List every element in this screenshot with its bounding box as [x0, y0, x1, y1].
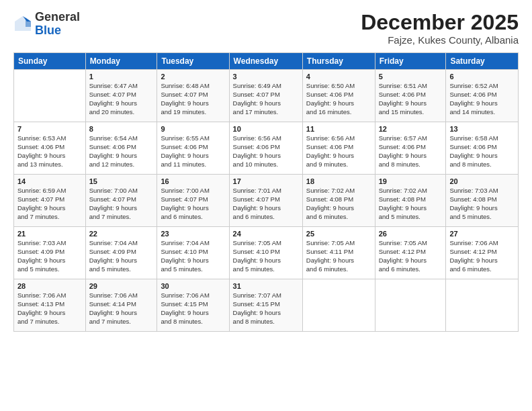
day-number: 10 [233, 125, 299, 133]
calendar-table: Sunday Monday Tuesday Wednesday Thursday… [13, 52, 519, 332]
day-info: Sunrise: 7:02 AM Sunset: 4:08 PM Dayligh… [306, 187, 371, 221]
calendar-cell [302, 279, 375, 332]
day-number: 2 [161, 73, 225, 81]
day-number: 15 [89, 177, 154, 185]
day-info: Sunrise: 7:04 AM Sunset: 4:10 PM Dayligh… [161, 239, 225, 273]
day-info: Sunrise: 7:06 AM Sunset: 4:15 PM Dayligh… [161, 291, 225, 326]
day-number: 12 [379, 125, 443, 133]
calendar-cell: 9Sunrise: 6:55 AM Sunset: 4:06 PM Daylig… [157, 122, 229, 175]
day-info: Sunrise: 7:01 AM Sunset: 4:07 PM Dayligh… [233, 187, 299, 221]
day-number: 21 [17, 230, 82, 238]
day-number: 3 [233, 73, 299, 81]
calendar-cell: 6Sunrise: 6:52 AM Sunset: 4:06 PM Daylig… [446, 70, 519, 122]
calendar-cell: 30Sunrise: 7:06 AM Sunset: 4:15 PM Dayli… [157, 279, 229, 332]
day-number: 31 [233, 282, 299, 290]
calendar-cell [14, 70, 86, 122]
logo-general-text: General [35, 10, 80, 24]
day-info: Sunrise: 7:03 AM Sunset: 4:08 PM Dayligh… [449, 187, 515, 221]
calendar-week-1: 1Sunrise: 6:47 AM Sunset: 4:07 PM Daylig… [14, 70, 519, 122]
calendar-week-3: 14Sunrise: 6:59 AM Sunset: 4:07 PM Dayli… [14, 175, 519, 227]
calendar-cell: 3Sunrise: 6:49 AM Sunset: 4:07 PM Daylig… [229, 70, 302, 122]
title-block: December 2025 Fajze, Kukes County, Alban… [361, 11, 519, 46]
header: General Blue December 2025 Fajze, Kukes … [13, 11, 519, 46]
day-number: 13 [449, 125, 515, 133]
calendar-cell: 19Sunrise: 7:02 AM Sunset: 4:08 PM Dayli… [375, 175, 446, 227]
logo: General Blue [13, 11, 80, 38]
day-number: 19 [379, 177, 443, 185]
day-number: 26 [379, 230, 443, 238]
col-tuesday: Tuesday [157, 53, 229, 70]
calendar-cell: 17Sunrise: 7:01 AM Sunset: 4:07 PM Dayli… [229, 175, 302, 227]
day-number: 22 [89, 230, 154, 238]
page: General Blue December 2025 Fajze, Kukes … [0, 0, 532, 411]
calendar-header-row: Sunday Monday Tuesday Wednesday Thursday… [14, 53, 519, 70]
day-info: Sunrise: 7:00 AM Sunset: 4:07 PM Dayligh… [161, 187, 225, 221]
calendar-cell: 31Sunrise: 7:07 AM Sunset: 4:15 PM Dayli… [229, 279, 302, 332]
day-info: Sunrise: 6:50 AM Sunset: 4:06 PM Dayligh… [306, 82, 371, 116]
calendar-cell: 22Sunrise: 7:04 AM Sunset: 4:09 PM Dayli… [85, 227, 157, 279]
day-info: Sunrise: 6:51 AM Sunset: 4:06 PM Dayligh… [379, 82, 443, 116]
calendar-cell: 2Sunrise: 6:48 AM Sunset: 4:07 PM Daylig… [157, 70, 229, 122]
day-number: 14 [17, 177, 82, 185]
calendar-cell [375, 279, 446, 332]
day-info: Sunrise: 6:47 AM Sunset: 4:07 PM Dayligh… [89, 82, 154, 116]
day-info: Sunrise: 7:04 AM Sunset: 4:09 PM Dayligh… [89, 239, 154, 273]
calendar-cell: 14Sunrise: 6:59 AM Sunset: 4:07 PM Dayli… [14, 175, 86, 227]
day-info: Sunrise: 7:06 AM Sunset: 4:13 PM Dayligh… [17, 291, 82, 326]
calendar-week-2: 7Sunrise: 6:53 AM Sunset: 4:06 PM Daylig… [14, 122, 519, 175]
logo-icon [13, 15, 32, 34]
day-number: 7 [17, 125, 82, 133]
col-sunday: Sunday [14, 53, 86, 70]
day-number: 20 [449, 177, 515, 185]
calendar-cell: 1Sunrise: 6:47 AM Sunset: 4:07 PM Daylig… [85, 70, 157, 122]
calendar-cell: 28Sunrise: 7:06 AM Sunset: 4:13 PM Dayli… [14, 279, 86, 332]
calendar-cell: 11Sunrise: 6:56 AM Sunset: 4:06 PM Dayli… [302, 122, 375, 175]
calendar-cell: 24Sunrise: 7:05 AM Sunset: 4:10 PM Dayli… [229, 227, 302, 279]
day-number: 1 [89, 73, 154, 81]
day-info: Sunrise: 6:57 AM Sunset: 4:06 PM Dayligh… [379, 134, 443, 169]
day-info: Sunrise: 7:00 AM Sunset: 4:07 PM Dayligh… [89, 187, 154, 221]
day-number: 25 [306, 230, 371, 238]
day-number: 6 [449, 73, 515, 81]
col-saturday: Saturday [446, 53, 519, 70]
day-number: 27 [449, 230, 515, 238]
day-info: Sunrise: 6:49 AM Sunset: 4:07 PM Dayligh… [233, 82, 299, 116]
day-number: 8 [89, 125, 154, 133]
logo-text: General Blue [35, 11, 80, 38]
calendar-cell: 16Sunrise: 7:00 AM Sunset: 4:07 PM Dayli… [157, 175, 229, 227]
day-info: Sunrise: 6:52 AM Sunset: 4:06 PM Dayligh… [449, 82, 515, 116]
day-number: 17 [233, 177, 299, 185]
day-number: 5 [379, 73, 443, 81]
calendar-cell [446, 279, 519, 332]
calendar-cell: 8Sunrise: 6:54 AM Sunset: 4:06 PM Daylig… [85, 122, 157, 175]
calendar-week-5: 28Sunrise: 7:06 AM Sunset: 4:13 PM Dayli… [14, 279, 519, 332]
day-info: Sunrise: 6:53 AM Sunset: 4:06 PM Dayligh… [17, 134, 82, 169]
day-info: Sunrise: 7:05 AM Sunset: 4:12 PM Dayligh… [379, 239, 443, 273]
day-number: 18 [306, 177, 371, 185]
col-thursday: Thursday [302, 53, 375, 70]
calendar-cell: 29Sunrise: 7:06 AM Sunset: 4:14 PM Dayli… [85, 279, 157, 332]
day-info: Sunrise: 6:55 AM Sunset: 4:06 PM Dayligh… [161, 134, 225, 169]
calendar-cell: 18Sunrise: 7:02 AM Sunset: 4:08 PM Dayli… [302, 175, 375, 227]
day-info: Sunrise: 7:06 AM Sunset: 4:12 PM Dayligh… [449, 239, 515, 273]
calendar-week-4: 21Sunrise: 7:03 AM Sunset: 4:09 PM Dayli… [14, 227, 519, 279]
day-info: Sunrise: 7:06 AM Sunset: 4:14 PM Dayligh… [89, 291, 154, 326]
calendar-cell: 25Sunrise: 7:05 AM Sunset: 4:11 PM Dayli… [302, 227, 375, 279]
location: Fajze, Kukes County, Albania [361, 34, 519, 46]
day-info: Sunrise: 6:48 AM Sunset: 4:07 PM Dayligh… [161, 82, 225, 116]
day-info: Sunrise: 6:56 AM Sunset: 4:06 PM Dayligh… [306, 134, 371, 169]
calendar-cell: 15Sunrise: 7:00 AM Sunset: 4:07 PM Dayli… [85, 175, 157, 227]
calendar-cell: 20Sunrise: 7:03 AM Sunset: 4:08 PM Dayli… [446, 175, 519, 227]
calendar-cell: 12Sunrise: 6:57 AM Sunset: 4:06 PM Dayli… [375, 122, 446, 175]
day-number: 23 [161, 230, 225, 238]
day-number: 9 [161, 125, 225, 133]
calendar-cell: 4Sunrise: 6:50 AM Sunset: 4:06 PM Daylig… [302, 70, 375, 122]
day-info: Sunrise: 7:05 AM Sunset: 4:11 PM Dayligh… [306, 239, 371, 273]
day-info: Sunrise: 7:07 AM Sunset: 4:15 PM Dayligh… [233, 291, 299, 326]
day-number: 29 [89, 282, 154, 290]
col-friday: Friday [375, 53, 446, 70]
day-info: Sunrise: 6:58 AM Sunset: 4:06 PM Dayligh… [449, 134, 515, 169]
logo-blue-text: Blue [35, 24, 61, 37]
day-info: Sunrise: 7:05 AM Sunset: 4:10 PM Dayligh… [233, 239, 299, 273]
calendar-cell: 23Sunrise: 7:04 AM Sunset: 4:10 PM Dayli… [157, 227, 229, 279]
